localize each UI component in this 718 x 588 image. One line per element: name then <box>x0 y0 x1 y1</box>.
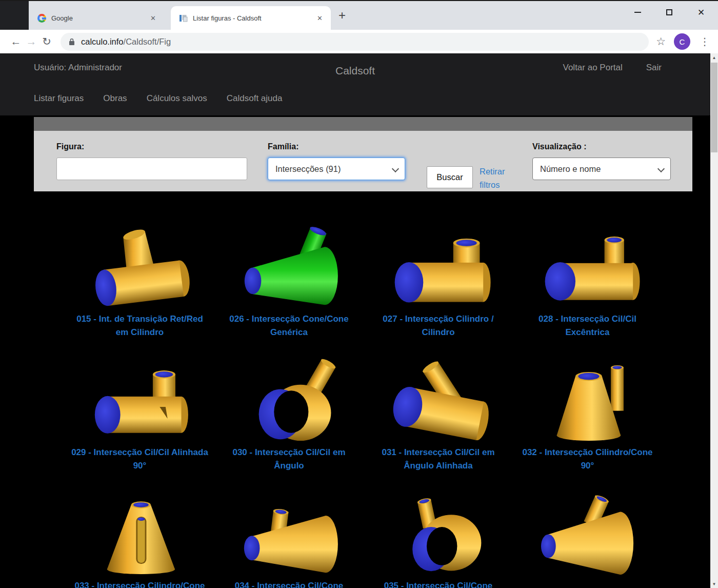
bookmark-star-icon[interactable]: ☆ <box>656 35 666 48</box>
nav-caldsoft-ajuda[interactable]: Caldsoft ajuda <box>227 93 283 104</box>
cylinder-angle-aligned-graphic <box>380 359 497 442</box>
figure-3d-thumbnail[interactable] <box>230 491 348 576</box>
main-nav: Listar figuras Obras Cálculos salvos Cal… <box>34 93 282 104</box>
close-icon: ✕ <box>697 8 705 17</box>
figure-card: 035 - Intersecção Cil/Cone <box>364 479 513 588</box>
familia-label: Família: <box>268 142 405 151</box>
figure-link[interactable]: 032 - Intersecção Cilindro/Cone 90° <box>518 446 657 473</box>
nav-calculos-salvos[interactable]: Cálculos salvos <box>147 93 207 104</box>
cylinder-cone-graphic <box>230 492 348 576</box>
figura-input[interactable] <box>56 158 247 180</box>
nav-obras[interactable]: Obras <box>103 93 127 104</box>
figure-3d-thumbnail[interactable] <box>81 358 199 443</box>
cone-vertical-graphic <box>529 359 647 442</box>
minimize-button[interactable] <box>632 7 643 18</box>
nav-listar-figuras[interactable]: Listar figuras <box>34 93 84 104</box>
visualizacao-select[interactable]: Número e nome <box>532 158 671 180</box>
figure-link[interactable]: 035 - Intersecção Cil/Cone <box>384 579 493 588</box>
figure-3d-thumbnail[interactable] <box>529 491 647 576</box>
address-bar[interactable]: calculo.info/Caldsoft/Fig <box>61 33 649 51</box>
figure-3d-thumbnail[interactable] <box>230 224 348 309</box>
minimize-icon <box>634 12 641 13</box>
portal-link[interactable]: Voltar ao Portal <box>563 63 623 73</box>
figure-link[interactable]: 026 - Intersecção Cone/Cone Genérica <box>220 312 359 339</box>
tab-title: Google <box>51 14 147 22</box>
figure-link[interactable]: 034 - Intersecção Cil/Cone <box>235 579 344 588</box>
tab-close-icon[interactable]: ✕ <box>147 13 159 23</box>
profile-avatar[interactable]: C <box>674 33 690 50</box>
figura-label: Figura: <box>56 142 247 151</box>
header-links: Voltar ao Portal Sair <box>563 63 662 73</box>
url-host: calculo.info <box>81 37 124 47</box>
figura-group: Figura: <box>56 142 247 191</box>
window-top-border <box>0 0 718 1</box>
url-path: /Caldsoft/Fig <box>124 37 171 47</box>
filter-panel: Figura: Família: Intersecções (91) Busca… <box>34 117 692 191</box>
close-button[interactable]: ✕ <box>695 7 707 18</box>
figure-3d-thumbnail[interactable] <box>380 224 497 309</box>
site-header: Usuário: Administrador Caldsoft Voltar a… <box>0 53 710 115</box>
cone-end-view-graphic <box>380 492 497 576</box>
cone-branch-graphic <box>529 492 647 576</box>
retirar-filtros-link[interactable]: Retirar filtros <box>480 165 515 191</box>
cylinder-angle-graphic <box>230 359 348 442</box>
familia-selected-value: Intersecções (91) <box>275 164 341 174</box>
scroll-down-icon[interactable]: ▼ <box>710 580 718 588</box>
window-frame-corner <box>0 0 29 30</box>
page-scrollbar[interactable]: ▲ ▼ <box>710 53 718 588</box>
panel-top-strip <box>34 117 692 131</box>
back-button[interactable]: ← <box>8 35 24 48</box>
visualizacao-selected-value: Número e nome <box>540 164 601 174</box>
filter-panel-body: Figura: Família: Intersecções (91) Busca… <box>34 131 692 191</box>
visualizacao-group: Visualização : Número e nome <box>532 142 671 191</box>
tab-close-icon[interactable]: ✕ <box>314 13 326 23</box>
scroll-up-icon[interactable]: ▲ <box>710 53 718 62</box>
cylinder-eccentric-graphic <box>529 225 647 309</box>
cylinder-aligned-graphic <box>81 359 199 442</box>
scrollbar-thumb[interactable] <box>711 63 717 152</box>
figure-card: 027 - Intersecção Cilindro / Cilindro <box>364 212 513 345</box>
browser-tab-strip: Google ✕ Listar figuras - Caldsoft ✕ + ✕ <box>0 0 718 30</box>
tab-title: Listar figuras - Caldsoft <box>193 14 314 22</box>
figure-3d-thumbnail[interactable] <box>81 491 199 576</box>
figure-3d-thumbnail[interactable] <box>81 224 199 309</box>
figure-3d-thumbnail[interactable] <box>380 491 497 576</box>
figure-link[interactable]: 033 - Intersecção Cilindro/Cone <box>74 579 205 588</box>
page-content: Usuário: Administrador Caldsoft Voltar a… <box>0 53 710 588</box>
maximize-icon <box>666 9 672 15</box>
figure-3d-thumbnail[interactable] <box>230 358 348 443</box>
lock-icon[interactable] <box>69 38 75 46</box>
figure-link[interactable]: 015 - Int. de Transição Ret/Red em Cilin… <box>70 312 210 339</box>
figure-link[interactable]: 030 - Intersecção Cil/Cil em Ângulo <box>220 446 359 473</box>
caldsoft-favicon-icon <box>179 14 188 23</box>
forward-button[interactable]: → <box>24 35 39 48</box>
cylinder-cylinder-graphic <box>380 225 497 309</box>
figure-3d-thumbnail[interactable] <box>529 358 647 443</box>
tab-google[interactable]: Google ✕ <box>29 6 164 30</box>
familia-group: Família: Intersecções (91) <box>268 142 405 191</box>
figure-link[interactable]: 031 - Intersecção Cil/Cil em Ângulo Alin… <box>369 446 508 473</box>
cylinder-transition-graphic <box>81 225 199 309</box>
figure-card: 028 - Intersecção Cil/Cil Excêntrica <box>513 212 662 345</box>
figure-3d-thumbnail[interactable] <box>380 358 497 443</box>
figure-link[interactable]: 029 - Intersecção Cil/Cil Alinhada 90° <box>70 446 210 473</box>
familia-select[interactable]: Intersecções (91) <box>268 158 405 180</box>
chrome-menu-icon[interactable]: ⋮ <box>697 35 712 48</box>
visualizacao-label: Visualização : <box>532 142 671 151</box>
figure-card: 030 - Intersecção Cil/Cil em Ângulo <box>214 345 364 479</box>
new-tab-button[interactable]: + <box>338 9 346 22</box>
figure-3d-thumbnail[interactable] <box>529 224 647 309</box>
logout-link[interactable]: Sair <box>646 63 662 73</box>
figure-link[interactable]: 028 - Intersecção Cil/Cil Excêntrica <box>518 312 657 339</box>
figure-grid: 015 - Int. de Transição Ret/Red em Cilin… <box>65 212 662 588</box>
window-controls: ✕ <box>632 0 718 25</box>
reload-button[interactable]: ↻ <box>39 35 54 48</box>
figure-link[interactable]: 027 - Intersecção Cilindro / Cilindro <box>369 312 508 339</box>
browser-toolbar: ← → ↻ calculo.info/Caldsoft/Fig ☆ C ⋮ <box>0 30 718 53</box>
figure-card: 034 - Intersecção Cil/Cone <box>214 479 364 588</box>
figure-card: 015 - Int. de Transição Ret/Red em Cilin… <box>65 212 214 345</box>
buscar-button[interactable]: Buscar <box>427 166 473 188</box>
tab-caldsoft[interactable]: Listar figuras - Caldsoft ✕ <box>171 6 331 30</box>
cone-cone-graphic <box>230 225 348 309</box>
maximize-button[interactable] <box>664 7 675 18</box>
